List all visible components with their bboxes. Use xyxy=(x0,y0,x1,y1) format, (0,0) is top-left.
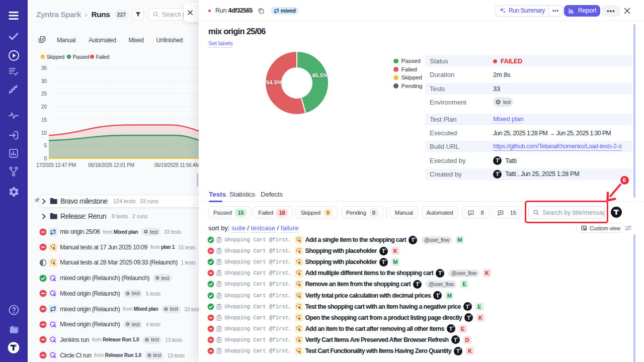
svg-text:5: 5 xyxy=(44,143,47,148)
svg-text:35: 35 xyxy=(41,65,47,71)
svg-text:Failed: Failed xyxy=(96,54,110,60)
svg-text:10: 10 xyxy=(41,130,47,136)
svg-text:30: 30 xyxy=(41,78,47,84)
svg-text:20: 20 xyxy=(41,104,47,110)
svg-text:17/2025 12:47 PM: 17/2025 12:47 PM xyxy=(36,162,76,168)
svg-text:15: 15 xyxy=(41,117,47,123)
svg-text:45.5%: 45.5% xyxy=(312,72,329,78)
svg-text:54.5%: 54.5% xyxy=(266,79,283,85)
svg-text:Skipped: Skipped xyxy=(47,54,65,60)
svg-text:06/18/2025 12:01 PM: 06/18/2025 12:01 PM xyxy=(88,162,134,168)
svg-text:06/19/2025 11:56 AM: 06/19/2025 11:56 AM xyxy=(154,162,199,168)
svg-text:25: 25 xyxy=(41,91,47,97)
svg-text:0: 0 xyxy=(44,156,47,161)
svg-text:Passed: Passed xyxy=(73,54,90,60)
